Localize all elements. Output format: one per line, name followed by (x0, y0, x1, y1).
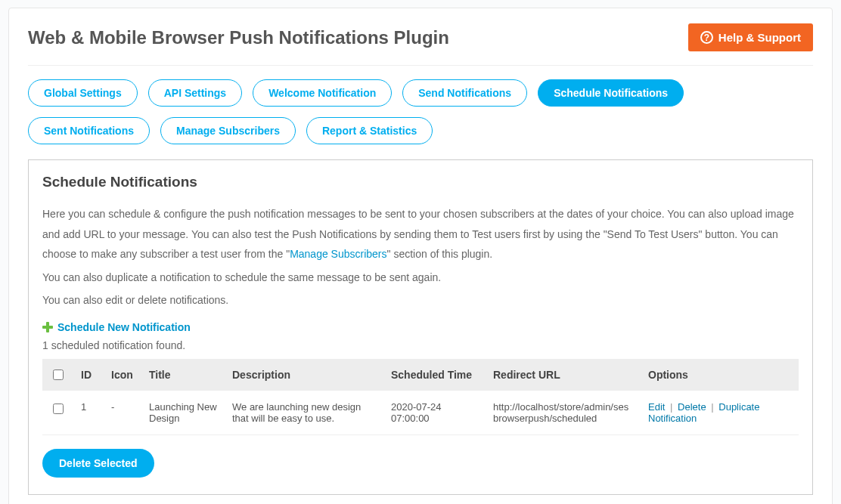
row-checkbox-cell (42, 391, 73, 435)
table-row: 1 - Launching New Design We are launchin… (42, 391, 799, 435)
row-title: Launching New Design (141, 391, 225, 435)
header-id: ID (73, 359, 104, 391)
table-header-row: ID Icon Title Description Scheduled Time… (42, 359, 799, 391)
tab-sent-notifications[interactable]: Sent Notifications (28, 117, 150, 144)
section-description-3: You can also edit or delete notification… (42, 290, 799, 311)
notifications-table: ID Icon Title Description Scheduled Time… (42, 359, 799, 435)
plugin-panel: Web & Mobile Browser Push Notifications … (8, 8, 833, 504)
section-desc-1b: " section of this plugin. (387, 248, 493, 260)
delete-link[interactable]: Delete (678, 401, 706, 413)
header-redirect-url: Redirect URL (486, 359, 641, 391)
header-icon: Icon (104, 359, 141, 391)
tab-send-notifications[interactable]: Send Notifications (402, 79, 527, 107)
row-description: We are launching new design that will be… (225, 391, 383, 435)
row-id: 1 (73, 391, 104, 435)
section-description-2: You can also duplicate a notification to… (42, 267, 799, 288)
header-title: Title (141, 359, 225, 391)
manage-subscribers-link[interactable]: Manage Subscribers (290, 248, 386, 260)
separator: | (668, 401, 675, 413)
row-checkbox[interactable] (53, 404, 64, 414)
svg-rect-1 (46, 322, 49, 332)
select-all-checkbox[interactable] (53, 369, 64, 380)
section-heading: Schedule Notifications (42, 174, 799, 190)
delete-selected-button[interactable]: Delete Selected (42, 449, 154, 478)
row-scheduled-time: 2020-07-24 07:00:00 (383, 391, 486, 435)
help-icon: ? (700, 31, 713, 44)
help-support-label: Help & Support (718, 31, 801, 44)
row-icon: - (104, 391, 141, 435)
page-title: Web & Mobile Browser Push Notifications … (28, 27, 449, 48)
header-checkbox (42, 359, 73, 391)
found-count-text: 1 scheduled notification found. (42, 339, 799, 351)
header-scheduled-time: Scheduled Time (383, 359, 486, 391)
plus-icon (42, 322, 53, 332)
tab-global-settings[interactable]: Global Settings (28, 79, 138, 107)
add-new-row: Schedule New Notification (42, 321, 799, 333)
schedule-panel: Schedule Notifications Here you can sche… (28, 159, 813, 495)
header-description: Description (225, 359, 383, 391)
section-description-1: Here you can schedule & configure the pu… (42, 204, 799, 264)
tab-schedule-notifications[interactable]: Schedule Notifications (538, 79, 684, 107)
row-options: Edit | Delete | Duplicate Notification (641, 391, 799, 435)
separator: | (709, 401, 715, 413)
edit-link[interactable]: Edit (648, 401, 665, 413)
tabs-nav: Global Settings API Settings Welcome Not… (28, 79, 813, 144)
tab-manage-subscribers[interactable]: Manage Subscribers (160, 117, 296, 144)
row-redirect-url: http://localhost/store/admin/sesbrowserp… (486, 391, 641, 435)
schedule-new-notification-link[interactable]: Schedule New Notification (57, 321, 191, 333)
header-options: Options (641, 359, 799, 391)
tab-report-statistics[interactable]: Report & Statistics (306, 117, 433, 144)
help-support-button[interactable]: ? Help & Support (688, 23, 813, 51)
tab-welcome-notification[interactable]: Welcome Notification (253, 79, 392, 107)
header-row: Web & Mobile Browser Push Notifications … (28, 23, 813, 66)
tab-api-settings[interactable]: API Settings (148, 79, 242, 107)
